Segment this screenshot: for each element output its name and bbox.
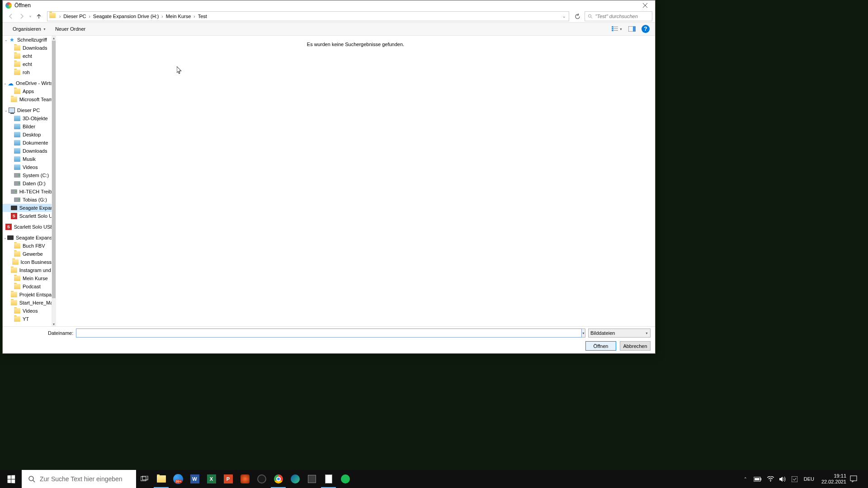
tree-item[interactable]: ›echt bbox=[3, 60, 52, 68]
chevron-right-icon[interactable]: › bbox=[160, 14, 165, 19]
svg-rect-17 bbox=[850, 476, 857, 481]
filetype-select[interactable]: Bilddateien ▼ bbox=[588, 328, 651, 338]
organize-menu[interactable]: Organisieren ▼ bbox=[8, 25, 51, 33]
expand-icon[interactable]: ⌄ bbox=[4, 81, 7, 85]
app-brave[interactable] bbox=[236, 470, 253, 488]
tree-item[interactable]: ›Microsoft Teams bbox=[3, 95, 52, 103]
battery-icon[interactable] bbox=[751, 477, 764, 482]
filename-dropdown[interactable]: ▼ bbox=[582, 328, 585, 338]
address-dropdown[interactable]: ⌄ bbox=[562, 14, 568, 19]
new-folder-button[interactable]: Neuer Ordner bbox=[51, 25, 90, 33]
tree-item[interactable]: ›Dokumente bbox=[3, 139, 52, 147]
tree-item[interactable]: ›Tobias (G:) bbox=[3, 196, 52, 204]
preview-pane-button[interactable] bbox=[626, 24, 638, 34]
notifications-button[interactable] bbox=[850, 475, 868, 483]
chevron-right-icon[interactable]: › bbox=[87, 14, 92, 19]
scroll-down-icon[interactable]: ▾ bbox=[52, 322, 56, 326]
crumb-folder1[interactable]: Mein Kurse bbox=[165, 14, 192, 19]
word-app[interactable]: W bbox=[186, 470, 203, 488]
svg-rect-13 bbox=[760, 478, 761, 480]
taskbar-search[interactable]: Zur Suche Text hier eingeben bbox=[22, 470, 136, 488]
search-box[interactable] bbox=[585, 11, 652, 21]
chrome-app[interactable] bbox=[270, 470, 287, 488]
volume-icon[interactable] bbox=[777, 476, 789, 482]
chevron-down-icon[interactable]: ▼ bbox=[619, 28, 625, 31]
tree-item[interactable]: ›echt bbox=[3, 52, 52, 60]
chevron-right-icon[interactable]: › bbox=[57, 14, 62, 19]
edge-app[interactable] bbox=[287, 470, 303, 488]
tree-item[interactable]: ›Apps bbox=[3, 87, 52, 95]
open-button[interactable]: Öffnen bbox=[585, 341, 616, 351]
tree-item[interactable]: ⌄Seagate Expansion bbox=[3, 234, 52, 242]
tree-item[interactable]: ›Buch FBV bbox=[3, 242, 52, 250]
app-tray-icon[interactable] bbox=[789, 476, 800, 482]
address-bar[interactable]: › Dieser PC › Seagate Expansion Drive (H… bbox=[47, 11, 569, 21]
tree-item[interactable]: ›Daten (D:) bbox=[3, 179, 52, 188]
tree-item[interactable]: ⌄☁OneDrive - Wirtsc bbox=[3, 79, 52, 87]
tree-item[interactable]: ›Start_Here_Mac. bbox=[3, 299, 52, 307]
tree-item[interactable]: ⌄★Schnellzugriff bbox=[3, 36, 52, 44]
tree-item[interactable]: ›Videos bbox=[3, 163, 52, 171]
crumb-pc[interactable]: Dieser PC bbox=[62, 14, 87, 19]
view-mode-button[interactable]: ▼ bbox=[610, 24, 625, 34]
crumb-drive[interactable]: Seagate Expansion Drive (H:) bbox=[92, 14, 160, 19]
obs-app[interactable] bbox=[253, 470, 270, 488]
clock[interactable]: 19:11 22.02.2021 bbox=[818, 473, 850, 485]
tray-overflow[interactable]: ⌃ bbox=[740, 477, 751, 481]
chevron-right-icon[interactable]: › bbox=[192, 14, 197, 19]
expand-icon[interactable]: ⌄ bbox=[4, 38, 8, 42]
tree-item[interactable]: ›3D-Objekte bbox=[3, 114, 52, 122]
tree-item[interactable]: ›Downloads bbox=[3, 147, 52, 155]
close-button[interactable] bbox=[635, 0, 655, 10]
tree-item[interactable]: ›SScarlett Solo USB bbox=[3, 212, 52, 220]
search-input[interactable] bbox=[595, 14, 649, 19]
tree-item[interactable]: ›System (C:) bbox=[3, 171, 52, 179]
up-button[interactable] bbox=[33, 11, 44, 21]
explorer-app[interactable] bbox=[153, 470, 170, 488]
arrow-left-icon bbox=[8, 13, 14, 19]
task-view-button[interactable] bbox=[136, 470, 153, 488]
recent-button[interactable]: ▾ bbox=[27, 11, 33, 21]
tree-item[interactable]: ›Musik bbox=[3, 155, 52, 163]
scroll-up-icon[interactable]: ▴ bbox=[52, 36, 56, 40]
wifi-icon[interactable] bbox=[764, 476, 777, 482]
cancel-button[interactable]: Abbrechen bbox=[620, 341, 651, 351]
tree-item[interactable]: ›Icon Business bbox=[3, 258, 52, 266]
tree-item[interactable]: ›Mein Kurse bbox=[3, 274, 52, 282]
tree-item[interactable]: ›Instagram und T bbox=[3, 266, 52, 274]
tree-item[interactable]: ›Projekt Entspann bbox=[3, 291, 52, 299]
tree-item[interactable]: ›SScarlett Solo USB bbox=[3, 223, 52, 231]
app-generic2[interactable] bbox=[320, 470, 337, 488]
excel-app[interactable]: X bbox=[203, 470, 220, 488]
tree-item[interactable]: ⌄Dieser PC bbox=[3, 106, 52, 114]
tree-scrollbar[interactable]: ▴ ▾ bbox=[52, 36, 56, 326]
edge-legacy-app[interactable]: 99+ bbox=[170, 470, 186, 488]
spotify-app[interactable] bbox=[337, 470, 354, 488]
tree-item[interactable]: ›Gewerbe bbox=[3, 250, 52, 258]
start-button[interactable] bbox=[0, 470, 22, 488]
crumb-folder2[interactable]: Test bbox=[197, 14, 208, 19]
tree-item[interactable]: ›YT bbox=[3, 315, 52, 323]
edge-icon: 99+ bbox=[173, 474, 183, 484]
filename-input[interactable] bbox=[76, 328, 582, 338]
tree-item[interactable]: ›HI-TECH Treiber bbox=[3, 188, 52, 196]
tree-item[interactable]: ›Downloads bbox=[3, 44, 52, 52]
scroll-thumb[interactable] bbox=[52, 41, 56, 298]
file-list-area[interactable]: Es wurden keine Suchergebnisse gefunden. bbox=[56, 36, 655, 326]
tree-item[interactable]: ›Bilder bbox=[3, 122, 52, 131]
forward-button[interactable] bbox=[16, 11, 27, 21]
expand-icon[interactable]: ⌄ bbox=[4, 236, 7, 240]
tree-item[interactable]: ›Seagate Expansi bbox=[3, 204, 52, 212]
tree-item[interactable]: ›Desktop bbox=[3, 131, 52, 139]
tree-item[interactable]: ›roh bbox=[3, 68, 52, 76]
powerpoint-app[interactable]: P bbox=[220, 470, 236, 488]
app-generic1[interactable] bbox=[303, 470, 320, 488]
tree-item[interactable]: ›Podcast bbox=[3, 282, 52, 291]
help-button[interactable]: ? bbox=[642, 25, 650, 33]
svg-rect-10 bbox=[141, 477, 146, 481]
back-button[interactable] bbox=[5, 11, 16, 21]
refresh-button[interactable] bbox=[572, 11, 583, 21]
language-indicator[interactable]: DEU bbox=[800, 476, 818, 482]
expand-icon[interactable]: ⌄ bbox=[4, 108, 8, 113]
tree-item[interactable]: ›Videos bbox=[3, 307, 52, 315]
